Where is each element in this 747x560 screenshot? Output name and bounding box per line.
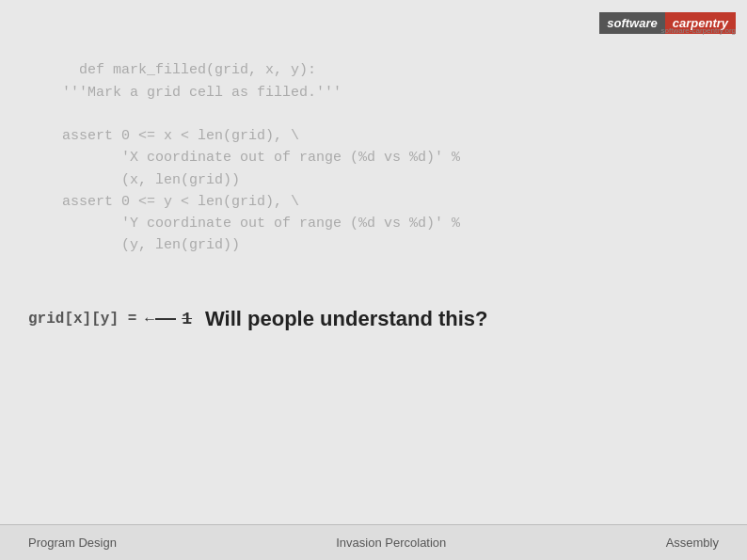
code-line2: '''Mark a grid cell as filled.''' <box>28 85 342 101</box>
footer-center: Invasion Percolation <box>336 536 446 550</box>
equals-sign: = <box>128 311 137 328</box>
slide-container: softwarecarpentry software-carpentry.org… <box>0 0 747 560</box>
code-line5b: (x, len(grid)) <box>28 172 240 188</box>
grid-assignment-code: grid[x][y] = <box>28 311 136 328</box>
top-bar: softwarecarpentry software-carpentry.org <box>599 0 747 45</box>
code-line7b: (y, len(grid)) <box>28 237 240 253</box>
highlight-line: grid[x][y] = ← 1 Will people understand … <box>28 307 719 331</box>
code-line7: 'Y coordinate out of range (%d vs %d)' % <box>28 216 460 232</box>
code-line4: assert 0 <= x < len(grid), \ <box>28 128 299 144</box>
footer-right: Assembly <box>666 536 719 550</box>
footer-left: Program Design <box>28 536 117 550</box>
code-line1: def mark_filled(grid, x, y): <box>79 62 316 78</box>
logo-software: software <box>599 12 664 34</box>
code-line6: assert 0 <= y < len(grid), \ <box>28 194 299 210</box>
code-line5: 'X coordinate out of range (%d vs %d)' % <box>28 150 460 166</box>
grid-xy-code: grid[x][y] <box>28 311 119 328</box>
question-text: Will people understand this? <box>205 307 487 331</box>
logo-subtitle: software-carpentry.org <box>661 26 736 35</box>
code-block: def mark_filled(grid, x, y): '''Mark a g… <box>28 38 719 279</box>
footer-bar: Program Design Invasion Percolation Asse… <box>0 524 747 560</box>
main-content: def mark_filled(grid, x, y): '''Mark a g… <box>0 0 747 524</box>
strikethrough-value: 1 <box>182 310 192 328</box>
left-arrow-icon: ← <box>142 311 176 328</box>
